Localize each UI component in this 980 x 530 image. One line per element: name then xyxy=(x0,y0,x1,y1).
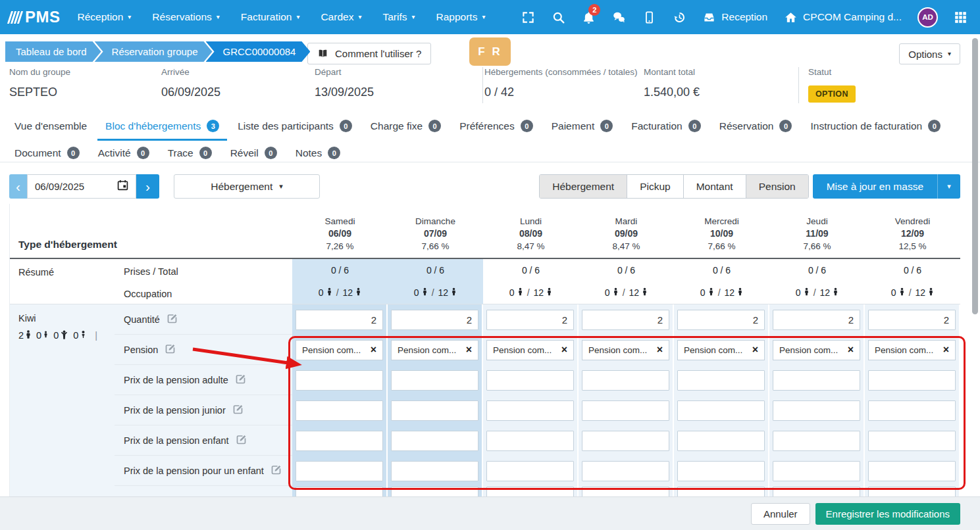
tab-activite[interactable]: Activité0 xyxy=(89,140,159,167)
nav-item-tarifs[interactable]: Tarifs▾ xyxy=(372,0,425,34)
tab-paiement[interactable]: Paiement0 xyxy=(542,113,622,140)
apps-grid-icon[interactable] xyxy=(946,3,975,32)
remove-pension-icon[interactable]: × xyxy=(657,345,663,355)
prix-de-la-pension-pour-un-enfant-input[interactable] xyxy=(391,461,478,481)
pension-select[interactable]: Pension com...× xyxy=(868,340,956,360)
edit-pencil-icon[interactable] xyxy=(271,464,282,477)
prix-de-la-pension-pour-un-enfant-input[interactable] xyxy=(582,461,669,481)
type-dropdown[interactable]: Hébergement ▾ xyxy=(174,174,320,199)
remove-pension-icon[interactable]: × xyxy=(943,345,949,355)
vertical-scrollbar[interactable] xyxy=(972,38,978,314)
view-toggle-hebergement[interactable]: Hébergement xyxy=(540,175,627,198)
prix-de-la-pension-pour-un-enfant-input[interactable] xyxy=(486,461,574,481)
prix-de-la-pension-enfant-input[interactable] xyxy=(773,431,860,451)
prix-de-la-pension-enfant-input[interactable] xyxy=(868,431,956,451)
quantite-input[interactable] xyxy=(486,310,574,330)
prix-de-la-pension-enfant-input[interactable] xyxy=(391,431,478,451)
quantite-input[interactable] xyxy=(773,310,860,330)
nav-item-rapports[interactable]: Rapports▾ xyxy=(426,0,496,34)
quantite-input[interactable] xyxy=(296,310,383,330)
prix-de-la-pension-adulte-input[interactable] xyxy=(677,370,765,391)
view-toggle-pickup[interactable]: Pickup xyxy=(627,175,684,198)
remove-pension-icon[interactable]: × xyxy=(466,345,472,355)
remove-pension-icon[interactable]: × xyxy=(848,345,854,355)
next-day-button[interactable]: › xyxy=(136,174,159,199)
bulk-update-button[interactable]: Mise à jour en masse ▾ xyxy=(813,174,960,199)
edit-pencil-icon[interactable] xyxy=(236,434,247,446)
prix-de-la-pension-junior-input[interactable] xyxy=(296,400,383,421)
pension-select[interactable]: Pension com...× xyxy=(773,340,860,360)
tab-reservation[interactable]: Réservation0 xyxy=(710,113,802,140)
tab-liste-des-participants[interactable]: Liste des participants0 xyxy=(228,113,361,140)
prev-day-button[interactable]: ‹ xyxy=(9,174,27,199)
chat-icon[interactable] xyxy=(604,3,633,32)
pension-select[interactable]: Pension com...× xyxy=(582,340,669,360)
bulk-update-caret[interactable]: ▾ xyxy=(937,174,960,199)
pms-logo[interactable]: PMS xyxy=(9,8,61,26)
prix-de-la-pension-enfant-input[interactable] xyxy=(582,431,669,451)
tab-preferences[interactable]: Préférences0 xyxy=(450,113,542,140)
remove-pension-icon[interactable]: × xyxy=(752,345,758,355)
save-button[interactable]: Enregistrer les modifications xyxy=(815,503,960,525)
tab-trace[interactable]: Trace0 xyxy=(159,140,221,167)
tab-bloc-d-hebergements[interactable]: Bloc d'hébergements3 xyxy=(96,113,228,140)
pension-select[interactable]: Pension com...× xyxy=(391,340,478,360)
notifications-bell-icon[interactable]: 2 xyxy=(574,3,603,32)
breadcrumb-item-tableau-de-bord[interactable]: Tableau de bord xyxy=(5,41,101,62)
prix-de-la-pension-pour-un-enfant-input[interactable] xyxy=(296,461,383,481)
prix-de-la-pension-pour-un-enfant-input[interactable] xyxy=(868,461,956,481)
prix-de-la-pension-junior-input[interactable] xyxy=(582,400,669,421)
prix-de-la-pension-junior-input[interactable] xyxy=(773,400,860,421)
tab-instruction-de-facturation[interactable]: Instruction de facturation0 xyxy=(801,113,950,140)
prix-de-la-pension-junior-input[interactable] xyxy=(677,400,765,421)
quantite-input[interactable] xyxy=(582,310,669,330)
quantite-input[interactable] xyxy=(391,310,478,330)
tab-vue-d-ensemble[interactable]: Vue d'ensemble xyxy=(5,114,96,140)
view-toggle-montant[interactable]: Montant xyxy=(684,175,746,198)
tab-reveil[interactable]: Réveil0 xyxy=(221,140,286,167)
breadcrumb-item-grcc00000084[interactable]: GRCC00000084 xyxy=(206,41,311,62)
tab-facturation[interactable]: Facturation0 xyxy=(622,113,710,140)
workstation-button[interactable]: Reception xyxy=(695,3,775,32)
remove-pension-icon[interactable]: × xyxy=(561,345,567,355)
edit-pencil-icon[interactable] xyxy=(233,404,244,416)
breadcrumb-item-reservation-groupe[interactable]: Réservation groupe xyxy=(95,41,213,62)
mobile-device-icon[interactable] xyxy=(634,3,663,32)
prix-de-la-pension-adulte-input[interactable] xyxy=(391,370,478,391)
cancel-button[interactable]: Annuler xyxy=(751,503,810,525)
prix-de-la-pension-pour-un-enfant-input[interactable] xyxy=(677,461,765,481)
prix-de-la-pension-adulte-input[interactable] xyxy=(582,370,669,391)
date-input[interactable] xyxy=(35,181,113,192)
tab-document[interactable]: Document0 xyxy=(5,140,89,167)
fullscreen-icon[interactable] xyxy=(513,3,542,32)
prix-de-la-pension-adulte-input[interactable] xyxy=(296,370,383,391)
history-icon[interactable] xyxy=(665,3,694,32)
options-button[interactable]: Options ▾ xyxy=(899,43,960,64)
pension-select[interactable]: Pension com...× xyxy=(296,340,383,360)
tab-notes[interactable]: Notes0 xyxy=(286,140,350,167)
nav-item-facturation[interactable]: Facturation▾ xyxy=(230,0,311,34)
nav-item-reception[interactable]: Réception▾ xyxy=(67,0,142,34)
prix-de-la-pension-enfant-input[interactable] xyxy=(296,431,383,451)
avatar[interactable]: AD xyxy=(917,7,938,28)
prix-de-la-pension-enfant-input[interactable] xyxy=(677,431,765,451)
quantite-input[interactable] xyxy=(868,310,956,330)
property-button[interactable]: CPCOM Camping d... xyxy=(777,3,910,32)
prix-de-la-pension-adulte-input[interactable] xyxy=(868,370,956,391)
search-icon[interactable] xyxy=(544,3,573,32)
prix-de-la-pension-adulte-input[interactable] xyxy=(773,370,860,391)
tab-charge-fixe[interactable]: Charge fixe0 xyxy=(361,113,450,140)
remove-pension-icon[interactable]: × xyxy=(371,345,376,355)
nav-item-cardex[interactable]: Cardex▾ xyxy=(310,0,372,34)
nav-item-reservations[interactable]: Réservations▾ xyxy=(142,0,230,34)
calendar-icon[interactable] xyxy=(117,180,128,193)
help-button[interactable]: Comment l'utiliser ? xyxy=(307,43,431,64)
prix-de-la-pension-adulte-input[interactable] xyxy=(486,370,574,391)
prix-de-la-pension-pour-un-enfant-input[interactable] xyxy=(773,461,860,481)
edit-pencil-icon[interactable] xyxy=(167,313,178,325)
prix-de-la-pension-enfant-input[interactable] xyxy=(486,431,574,451)
pension-select[interactable]: Pension com...× xyxy=(677,340,765,360)
edit-pencil-icon[interactable] xyxy=(165,343,176,356)
view-toggle-pension[interactable]: Pension xyxy=(746,175,808,198)
quantite-input[interactable] xyxy=(677,310,765,330)
